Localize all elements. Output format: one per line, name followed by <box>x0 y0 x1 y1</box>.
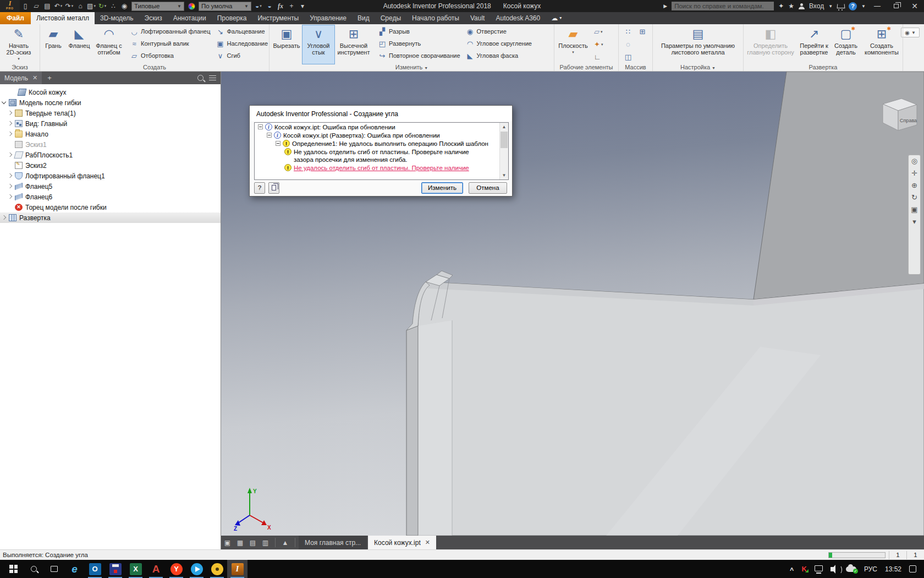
tile-horizontal-icon[interactable]: ▤ <box>246 539 259 547</box>
refold-button[interactable]: ↪Повторное сворачивание <box>375 50 463 62</box>
sheet-metal-defaults-button[interactable]: ▤Параметры по умолчаниюлистового металла <box>654 25 742 64</box>
flange-offset-button[interactable]: ◠Фланец сотгибом <box>93 25 125 64</box>
close-button[interactable]: ✕ <box>908 0 922 12</box>
doc-tab-home[interactable]: Моя главная стр... <box>299 536 367 549</box>
ribbon-tab-cloud[interactable]: ☁▾ <box>546 12 567 24</box>
language-indicator[interactable]: РУС <box>864 565 877 573</box>
ribbon-tab-3d-модель[interactable]: 3D-модель <box>95 12 139 24</box>
punch-tool-button[interactable]: ⊞Высечнойинструмент <box>334 25 373 64</box>
orbit-icon[interactable]: ↻ <box>911 194 917 201</box>
telegram-icon[interactable] <box>186 560 207 578</box>
corner-chamfer-button[interactable]: ◣Угловая фаска <box>463 50 535 62</box>
update-icon[interactable]: ↻▾ <box>97 1 108 12</box>
ribbon-tab-инструменты[interactable]: Инструменты <box>252 12 304 24</box>
expander-closed-icon[interactable] <box>8 152 13 157</box>
edit-button[interactable]: Изменить <box>421 182 463 194</box>
save-icon[interactable]: ▤ <box>42 1 53 12</box>
globe-icon[interactable]: ◉ <box>119 1 130 12</box>
look-at-icon[interactable]: ▣ <box>911 206 917 213</box>
tree-item-flat-pattern[interactable]: Развертка <box>0 212 221 223</box>
scroll-up-icon[interactable]: ▲ <box>500 123 508 131</box>
cloud-sync-icon[interactable] <box>846 566 856 572</box>
rip-button[interactable]: ▞Разрыв <box>375 25 463 37</box>
expander-closed-icon[interactable] <box>8 184 13 189</box>
fold-button[interactable]: ↘Фальцевание <box>213 25 271 37</box>
tree-item-sketch1[interactable]: Эскиз1 <box>0 139 221 150</box>
kaspersky-icon[interactable]: K <box>802 565 807 573</box>
notifications-icon[interactable] <box>909 565 916 572</box>
navigation-bar[interactable]: ◎✛⊕↻▣▾ <box>908 155 921 275</box>
qat-menu-icon[interactable]: ▾ <box>297 1 308 12</box>
tree-item-lofted-flange1[interactable]: Лофтированный фланец1 <box>0 171 221 181</box>
hole-button[interactable]: ◉Отверстие <box>463 25 535 37</box>
contour-roll-button[interactable]: ≈Контурный валик <box>127 37 213 50</box>
ribbon-tab-file[interactable]: Файл <box>0 12 31 24</box>
network-icon[interactable] <box>815 565 823 571</box>
tree-item-folded-model[interactable]: Модель после гибки <box>0 97 221 108</box>
mirror-icon[interactable]: ◫ <box>621 51 635 63</box>
restore-button[interactable] <box>889 0 903 12</box>
tree-item-end-of-folded[interactable]: ✕Торец модели после гибки <box>0 202 221 212</box>
browser-menu-icon[interactable] <box>209 75 216 80</box>
new-file-icon[interactable]: ▯ <box>20 1 31 12</box>
hem-button[interactable]: ▱Отбортовка <box>127 50 213 62</box>
cascade-windows-icon[interactable]: ▣ <box>221 539 234 547</box>
autocad-icon[interactable]: A <box>146 560 166 578</box>
ribbon-tab-начало-работы[interactable]: Начало работы <box>406 12 465 24</box>
send-feedback-icon[interactable]: ✦ <box>778 2 784 10</box>
yandex-icon[interactable]: Y <box>166 560 186 578</box>
tree-item-solid-bodies[interactable]: Твердые тела(1) <box>0 108 221 118</box>
dialog-copy-button[interactable] <box>268 182 279 194</box>
search-expand-icon[interactable]: ▶ <box>663 3 667 9</box>
capture-icon[interactable]: ▧▾ <box>86 1 97 12</box>
tile-vertical-icon[interactable]: ▥ <box>259 539 272 547</box>
favorites-star-icon[interactable]: ★ <box>788 2 794 10</box>
ribbon-tab-среды[interactable]: Среды <box>375 12 406 24</box>
error-link[interactable]: Не удалось отделить сгиб от пластины. Пр… <box>294 164 469 172</box>
home-icon[interactable]: ⌂ <box>75 1 86 12</box>
parameters-fx-icon[interactable]: fx <box>275 1 286 12</box>
tree-item-root[interactable]: Косой кожух <box>0 87 221 97</box>
close-icon[interactable]: ✕ <box>425 539 430 546</box>
go-to-flat-pattern-button[interactable]: ↗Перейти кразвертке <box>796 25 832 64</box>
collapse-icon[interactable] <box>276 141 280 146</box>
expander-closed-icon[interactable] <box>8 194 13 199</box>
ribbon-tab-управление[interactable]: Управление <box>304 12 352 24</box>
make-part-button[interactable]: ▢✱Создатьдеталь <box>832 25 860 64</box>
full-navigation-wheel-icon[interactable]: ◎ <box>911 157 917 165</box>
ribbon-tab-листовой-металл[interactable]: Листовой металл <box>31 12 95 24</box>
ribbon-collapse-button[interactable]: ◉▼ <box>901 28 920 37</box>
ribbon-tab-autodesk-a360[interactable]: Autodesk A360 <box>490 12 546 24</box>
help-icon[interactable]: ? <box>849 2 857 10</box>
appearance-clear-icon[interactable]: ◒ <box>264 1 275 12</box>
doc-tab-part[interactable]: Косой кожух.ipt✕ <box>368 536 436 549</box>
redo-icon[interactable]: ↷▾ <box>64 1 75 12</box>
bend-button[interactable]: ∨Сгиб <box>213 50 271 62</box>
derive-button[interactable]: ▣Наследование <box>213 37 271 50</box>
collapse-icon[interactable] <box>258 124 263 129</box>
chevron-down-icon[interactable]: ▼ <box>828 4 833 9</box>
ribbon-tab-vault[interactable]: Vault <box>465 12 490 24</box>
cancel-button[interactable]: Отмена <box>469 182 507 194</box>
navbar-menu-icon[interactable]: ▾ <box>912 218 916 225</box>
define-a-side-button[interactable]: ◧Определитьглавную сторону <box>745 25 796 64</box>
start-2d-sketch-button[interactable]: ✎Начать2D-эскиз▾ <box>1 25 36 64</box>
help-search-input[interactable]: Поиск по справке и командам. <box>672 2 774 10</box>
flange-button[interactable]: ◣Фланец <box>65 25 93 64</box>
inventor-icon[interactable]: I <box>227 560 248 578</box>
pattern-add-icon[interactable]: ⊞ <box>635 25 650 38</box>
chevron-down-icon[interactable]: ▼ <box>861 4 866 9</box>
ribbon-tab-проверка[interactable]: Проверка <box>212 12 252 24</box>
tree-item-origin[interactable]: Начало <box>0 129 221 139</box>
minimize-button[interactable]: — <box>870 0 884 12</box>
ribbon-tab-эскиз[interactable]: Эскиз <box>139 12 168 24</box>
tile-windows-icon[interactable]: ▦ <box>234 539 246 547</box>
rectangular-pattern-icon[interactable]: ∷ <box>621 25 635 38</box>
pan-icon[interactable]: ✛ <box>911 170 917 177</box>
tree-item-view-main[interactable]: Вид: Главный <box>0 118 221 129</box>
store-cart-icon[interactable] <box>837 4 844 9</box>
sign-in-label[interactable]: Вход <box>809 2 824 10</box>
expander-open-icon[interactable] <box>2 100 7 105</box>
clock[interactable]: 13:52 <box>885 565 901 573</box>
outlook-icon[interactable]: O <box>85 560 105 578</box>
